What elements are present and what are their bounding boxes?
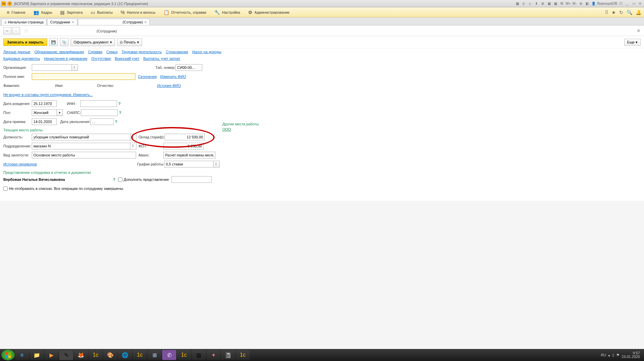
tb-mplus-icon[interactable]: M+ [565,1,571,6]
link-insurance[interactable]: Страхование [166,50,188,54]
tb-calendar-icon[interactable]: ▦ [546,1,552,6]
schedule-field[interactable] [164,161,214,167]
not-in-groups-link[interactable]: Не входит в составы групп сотрудников. И… [3,93,93,97]
format-document-button[interactable]: Оформить документ ▾ [71,38,115,46]
representation-title: Представление сотрудника в отчетах и док… [3,170,641,174]
gender-field[interactable] [32,109,57,116]
supplement-label: Дополнять представление [124,177,169,182]
help-icon[interactable]: ? [118,102,121,106]
menu-burger[interactable]: ≡Главное [3,8,29,16]
fire-label: Дата увольнения: [60,120,90,124]
select-icon[interactable]: ⠇ [130,143,136,149]
gear-icon: ⚙ [248,10,252,15]
snils-field[interactable] [81,109,118,116]
link-education[interactable]: Образование, квалификация [34,50,84,54]
tb-zoom-icon[interactable]: ⊕ [578,1,583,6]
nav-back-button[interactable]: ← [3,27,11,34]
menu-zarplata[interactable]: ▤Зарплата [56,8,87,16]
tb-maximize-icon[interactable]: ▭ [631,1,636,6]
fire-field[interactable] [90,118,114,125]
history-fio-link[interactable]: История ФИО [157,84,181,88]
transfer-history-link[interactable]: История переводов [3,162,37,166]
link-family[interactable]: Семья [106,50,117,54]
menu-kadry[interactable]: 👥Кадры [29,8,56,16]
menu-vyplaty[interactable]: ▭Выплаты [87,8,116,16]
nav-forward-button[interactable]: → [12,27,20,34]
fot-field[interactable] [164,143,204,149]
link-absence[interactable]: Отсутствия [91,56,111,61]
change-fio-link[interactable]: Изменить ФИО [160,75,186,79]
bell-icon[interactable]: 🔔 [636,10,641,15]
history-icon[interactable]: ↻ [619,10,623,15]
fullname-field[interactable] [32,73,135,80]
close-icon[interactable]: ✕ [144,20,147,24]
app-dropdown-icon[interactable]: ▾ [7,1,12,6]
tb-icon-1[interactable]: ▦ [515,1,520,6]
employment-field[interactable] [32,152,136,158]
tb-icon-4[interactable]: ⬇ [534,1,539,6]
close-page-icon[interactable]: ✕ [637,28,641,33]
close-icon[interactable]: ✕ [72,20,74,24]
tb-icon-7[interactable]: ▦ [553,1,558,6]
tab-employees[interactable]: Сотрудники✕ [47,19,77,25]
select-icon[interactable]: ⠇ [214,161,220,167]
tab-employee-card[interactable]: …………………………… (Сотрудник) ✕ [78,19,150,25]
dept-field[interactable] [32,143,130,149]
schedule-label: График работы: [137,162,164,166]
supplement-checkbox[interactable] [118,177,122,182]
more-button[interactable]: Еще ▾ [624,39,641,46]
link-military[interactable]: Воинский учет [115,56,139,61]
tb-close-icon[interactable]: ✕ [637,1,643,6]
tb-m-icon[interactable]: M [559,1,564,6]
select-icon[interactable]: ⠇ [130,134,136,140]
other-job-link[interactable]: ООО [222,127,231,131]
tb-icon-3[interactable]: ◇ [527,1,533,6]
link-hr-docs[interactable]: Кадровые документы [3,56,40,61]
save-close-button[interactable]: Записать и закрыть [3,38,47,46]
declension-link[interactable]: Склонения [138,75,157,79]
help-icon[interactable]: ? [113,177,115,182]
salary-field[interactable] [165,134,205,140]
tab-home[interactable]: ⌂Начальная страница [1,19,46,25]
tb-panel-icon[interactable]: ◧ [584,1,590,6]
chevron-down-icon[interactable]: ▾ [57,109,63,116]
hire-field[interactable] [32,118,57,125]
attach-button[interactable]: 📎 [60,38,69,46]
inn-field[interactable] [80,100,117,107]
menu-settings[interactable]: 🔧Настройка [210,8,244,16]
dob-field[interactable] [32,100,57,107]
print-button[interactable]: ⎙ Печать ▾ [117,38,142,46]
tab-label: …………………………… [81,20,121,24]
tb-info-icon[interactable]: ⓘ [618,1,624,6]
window-titlebar: 1c ▾ [КОПИЯ] Зарплата и управление персо… [0,0,644,7]
link-payments[interactable]: Выплаты, учет затрат [143,56,181,61]
help-icon[interactable]: ? [119,111,121,115]
tb-icon-5[interactable]: ⊞ [540,1,545,6]
link-personal[interactable]: Личные данные [3,50,30,54]
select-icon[interactable]: ⠇ [72,64,78,71]
tabno-field[interactable] [176,64,202,71]
link-accruals[interactable]: Начисления и удержания [44,56,88,61]
help-icon[interactable]: ? [115,120,117,124]
apps-grid-icon[interactable]: ⠿ [605,10,608,15]
search-icon[interactable]: 🔍 [627,10,632,15]
tb-mminus-icon[interactable]: M- [572,1,577,6]
link-tax[interactable]: Налог на доходы [192,50,221,54]
menu-admin[interactable]: ⚙Администрирование [244,8,294,16]
link-labor[interactable]: Трудовая деятельность [122,50,162,54]
hide-checkbox[interactable] [3,187,8,191]
menu-report[interactable]: 📋Отчетность, справки [159,8,210,16]
menu-nalogi[interactable]: %Налоги и взносы [117,8,159,16]
current-job-title: Текущее место работы [3,128,641,132]
advance-field[interactable] [164,152,215,158]
tb-print-icon[interactable]: ⎙ [521,1,526,6]
window-title: [КОПИЯ] Зарплата и управление персоналом… [14,2,515,6]
tb-minimize-icon[interactable]: _ [625,1,630,6]
save-button[interactable]: 💾 [49,38,58,46]
org-field[interactable] [32,64,72,71]
link-refs[interactable]: Справки [88,50,102,54]
star-icon[interactable]: ★ [612,10,616,15]
supplement-field[interactable] [172,176,212,183]
position-field[interactable] [32,134,130,140]
favorite-star-icon[interactable]: ☆ [23,27,29,34]
